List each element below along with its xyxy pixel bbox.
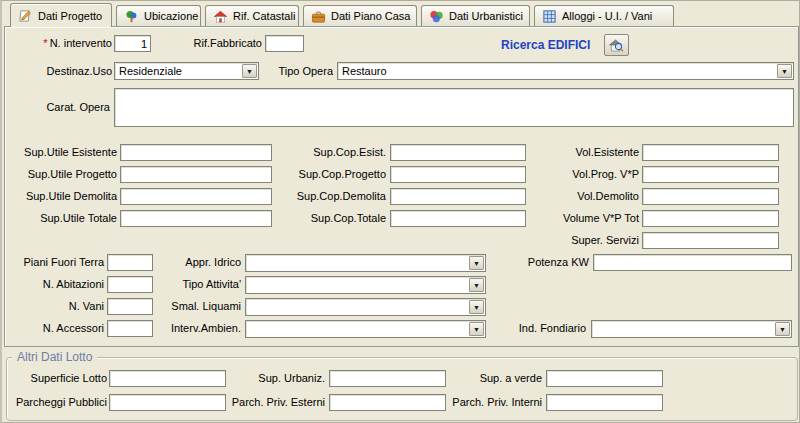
sup-cop-demolita-input[interactable] — [390, 188, 526, 205]
sup-utile-progetto-input[interactable] — [120, 166, 272, 183]
sup-a-verde-label: Sup. a verde — [422, 370, 542, 387]
potenza-kw-label: Potenza KW — [489, 254, 589, 271]
superficie-lotto-input[interactable] — [109, 370, 226, 387]
tipo-attivita-label: Tipo Attivita' — [132, 276, 241, 293]
appr-idrico-label: Appr. Idrico — [132, 254, 241, 271]
smal-liquami-value — [250, 299, 467, 315]
tab-rif-catastali[interactable]: Rif. Catastali — [205, 5, 299, 26]
pen-document-icon — [18, 8, 33, 23]
n-accessori-label: N. Accessori — [12, 320, 104, 337]
parch-priv-interni-label: Parch. Priv. Interni — [422, 394, 542, 411]
project-data-window: Dati Progetto Ubicazione Rif. Catastali … — [0, 0, 800, 423]
required-marker: * — [43, 37, 47, 49]
parch-priv-esterni-label: Parch. Priv. Esterni — [222, 394, 325, 411]
chevron-down-icon[interactable]: ▼ — [469, 300, 484, 314]
tab-dati-urbanistici[interactable]: Dati Urbanistici — [421, 5, 530, 26]
volume-vp-tot-input[interactable] — [642, 210, 779, 227]
tab-label: Dati Urbanistici — [449, 10, 523, 22]
piani-fuori-terra-label: Piani Fuori Terra — [12, 254, 104, 271]
n-intervento-input[interactable] — [114, 35, 151, 52]
ricerca-edifici-label: Ricerca EDIFICI — [501, 38, 590, 52]
vol-esistente-label: Vol.Esistente — [522, 144, 639, 161]
altri-dati-lotto-groupbox — [6, 357, 798, 421]
interv-ambien-select[interactable]: ▼ — [245, 320, 486, 338]
smal-liquami-select[interactable]: ▼ — [245, 298, 486, 316]
spheres-icon — [429, 9, 444, 24]
tipo-opera-select[interactable]: Restauro ▼ — [337, 62, 794, 80]
chevron-down-icon[interactable]: ▼ — [469, 322, 484, 336]
destinaz-uso-label: Destinaz.Uso — [27, 63, 112, 80]
interv-ambien-label: Interv.Ambien. — [132, 320, 241, 337]
parcheggi-pubblici-input[interactable] — [109, 394, 226, 411]
chevron-down-icon[interactable]: ▼ — [469, 256, 484, 270]
sup-cop-demolita-label: Sup.Cop.Demolita — [282, 188, 386, 205]
sup-utile-progetto-label: Sup.Utile Progetto — [12, 166, 117, 183]
sup-cop-progetto-label: Sup.Cop.Progetto — [282, 166, 386, 183]
tab-ubicazione[interactable]: Ubicazione — [116, 5, 201, 26]
appr-idrico-select[interactable]: ▼ — [245, 254, 486, 272]
chevron-down-icon[interactable]: ▼ — [242, 64, 257, 78]
superficie-lotto-label: Superficie Lotto — [10, 370, 107, 387]
sup-urbaniz-label: Sup. Urbaniz. — [232, 370, 325, 387]
tab-label: Dati Piano Casa — [331, 10, 411, 22]
house-icon — [213, 9, 228, 24]
tab-dati-progetto[interactable]: Dati Progetto — [10, 3, 112, 27]
chevron-down-icon[interactable]: ▼ — [469, 278, 484, 292]
sup-cop-esist-input[interactable] — [390, 144, 526, 161]
carat-opera-textarea[interactable] — [114, 88, 794, 127]
vol-demolito-label: Vol.Demolito — [522, 188, 639, 205]
sup-utile-totale-label: Sup.Utile Totale — [12, 210, 117, 227]
n-intervento-label: *N. intervento — [17, 35, 112, 52]
interv-ambien-value — [250, 321, 467, 337]
house-search-icon — [608, 37, 625, 53]
rif-fabbricato-input[interactable] — [265, 35, 304, 52]
potenza-kw-input[interactable] — [593, 254, 792, 271]
tab-alloggi-ui-vani[interactable]: Alloggi - U.I. / Vani — [534, 5, 674, 26]
rif-fabbricato-label: Rif.Fabbricato — [182, 35, 262, 52]
vol-esistente-input[interactable] — [642, 144, 779, 161]
super-servizi-label: Super. Servizi — [522, 232, 639, 249]
appr-idrico-value — [250, 255, 467, 271]
sup-utile-demolita-input[interactable] — [120, 188, 272, 205]
tab-label: Rif. Catastali — [233, 10, 295, 22]
vol-prog-vp-label: Vol.Prog. V*P — [522, 166, 639, 183]
carat-opera-label: Carat. Opera — [32, 99, 110, 116]
tab-label: Alloggi - U.I. / Vani — [562, 10, 652, 22]
n-abitazioni-label: N. Abitazioni — [12, 276, 104, 293]
ind-fondiario-select[interactable]: ▼ — [591, 320, 792, 338]
sup-cop-totale-label: Sup.Cop.Totale — [282, 210, 386, 227]
ind-fondiario-value — [596, 321, 773, 337]
sup-cop-progetto-input[interactable] — [390, 166, 526, 183]
briefcase-icon — [311, 9, 326, 24]
tipo-opera-value: Restauro — [342, 63, 775, 79]
tree-icon — [124, 9, 139, 24]
tab-label: Ubicazione — [144, 10, 198, 22]
table-grid-icon — [542, 9, 557, 24]
sup-utile-esistente-input[interactable] — [120, 144, 272, 161]
chevron-down-icon[interactable]: ▼ — [777, 64, 792, 78]
sup-cop-esist-label: Sup.Cop.Esist. — [282, 144, 386, 161]
destinaz-uso-value: Residenziale — [119, 63, 240, 79]
altri-dati-lotto-title: Altri Dati Lotto — [12, 350, 97, 364]
sup-utile-esistente-label: Sup.Utile Esistente — [12, 144, 117, 161]
sup-cop-totale-input[interactable] — [390, 210, 526, 227]
vol-demolito-input[interactable] — [642, 188, 779, 205]
n-vani-label: N. Vani — [12, 298, 104, 315]
destinaz-uso-select[interactable]: Residenziale ▼ — [114, 62, 259, 80]
ind-fondiario-label: Ind. Fondiario — [486, 320, 586, 337]
ricerca-edifici-button[interactable] — [604, 34, 629, 56]
tipo-opera-label: Tipo Opera — [272, 63, 333, 80]
tipo-attivita-select[interactable]: ▼ — [245, 276, 486, 294]
tipo-attivita-value — [250, 277, 467, 293]
volume-vp-tot-label: Volume V*P Tot — [522, 210, 639, 227]
sup-utile-demolita-label: Sup.Utile Demolita — [12, 188, 117, 205]
sup-a-verde-input[interactable] — [546, 370, 663, 387]
sup-utile-totale-input[interactable] — [120, 210, 272, 227]
tab-dati-piano-casa[interactable]: Dati Piano Casa — [303, 5, 417, 26]
tab-label: Dati Progetto — [38, 10, 102, 22]
parch-priv-interni-input[interactable] — [546, 394, 663, 411]
parcheggi-pubblici-label: Parcheggi Pubblici — [10, 394, 107, 411]
vol-prog-vp-input[interactable] — [642, 166, 779, 183]
super-servizi-input[interactable] — [642, 232, 779, 249]
chevron-down-icon[interactable]: ▼ — [775, 322, 790, 336]
